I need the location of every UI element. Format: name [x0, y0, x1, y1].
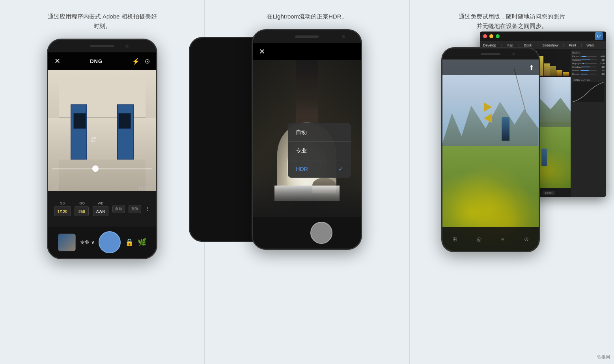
phone2-camera: [342, 35, 345, 38]
reset-box[interactable]: 重置: [129, 205, 141, 213]
panel3-caption: 通过免费试用版，随时随地访问您的照片并无缝地在设备之间同步。: [449, 12, 575, 31]
phone2-speaker: [295, 35, 319, 38]
sep5: |: [581, 43, 582, 47]
thumbnail-preview[interactable]: [58, 234, 76, 251]
share-icon[interactable]: ⬆: [529, 64, 534, 71]
close-button[interactable]: ✕: [54, 57, 60, 65]
adjust-icon[interactable]: ◎: [477, 236, 481, 242]
maximize-window-btn[interactable]: [496, 34, 500, 38]
shutter-button[interactable]: [99, 231, 121, 253]
lr-reset-btn[interactable]: Reset: [543, 191, 554, 195]
lr-book-tab[interactable]: Book: [524, 43, 532, 47]
lr-titlebar: Lr: [480, 32, 606, 41]
reset-control[interactable]: 重置: [129, 205, 141, 213]
phone1-screen: ✕ DNG ⚡ ⊙: [48, 52, 156, 258]
exposure-slider[interactable]: [52, 168, 152, 169]
fisher-person: [502, 117, 509, 141]
auto-box[interactable]: 自动: [112, 205, 125, 213]
phone3-topbar: ⬆: [442, 59, 539, 75]
phone-2: ✕ 自动: [252, 29, 362, 250]
camera-mode-icon[interactable]: ⊙: [145, 58, 150, 65]
filter-icon[interactable]: ≡: [501, 236, 504, 242]
phone1-bottom: 专业 ∨ 🔒 🌿: [48, 227, 156, 258]
arrow-right-icon: [484, 102, 492, 112]
close-button-2[interactable]: ✕: [259, 47, 265, 56]
check-icon: ✓: [338, 166, 343, 172]
arrow-left-icon: [484, 113, 492, 123]
dropdown-hdr[interactable]: HDR ✓: [288, 160, 351, 178]
auto-control[interactable]: 自动: [112, 205, 125, 213]
lightroom-icon: Lr: [595, 32, 603, 40]
photo-area-1: SigBac 1/4 1/10,417: [48, 70, 156, 191]
dropdown-pro[interactable]: 专业: [288, 142, 351, 160]
shadows-label: Shadows: [572, 66, 582, 68]
cave-photo: 自动 专业 HDR ✓: [253, 60, 361, 217]
lr-develop-tab[interactable]: Develop: [483, 43, 496, 47]
phone3-bottom-bar: ⊞ ◎ ≡ ⊙: [442, 227, 539, 251]
blacks-track[interactable]: [580, 74, 597, 74]
iso-label: ISO: [79, 201, 85, 205]
phone1-wrapper: ✕ DNG ⚡ ⊙: [0, 39, 204, 364]
flash-icon[interactable]: ⚡: [132, 58, 140, 65]
chevron-down-icon: ∨: [91, 240, 95, 245]
mode-selector[interactable]: 专业 ∨: [80, 239, 95, 246]
slider-thumb[interactable]: [92, 165, 99, 172]
panel1-caption: 通过应用程序内嵌式 Adobe 相机拍摄美好时刻。: [47, 12, 157, 31]
lr-person: [541, 149, 547, 166]
watermark: 软推网: [597, 354, 610, 360]
dropdown-auto[interactable]: 自动: [288, 123, 351, 142]
iso-control[interactable]: ISO 250: [75, 201, 89, 216]
door-window-right: [118, 113, 131, 129]
shutter-button-2[interactable]: [310, 222, 332, 244]
door-window-left: [73, 113, 86, 129]
lr-web-tab[interactable]: Web: [586, 43, 593, 47]
whites-val: +5: [597, 69, 605, 72]
reset-label: 重置: [131, 207, 138, 211]
iso-value-box[interactable]: 250: [75, 206, 89, 216]
healing-icon[interactable]: ⊙: [524, 236, 529, 242]
exposure-fill: [582, 56, 586, 57]
lr-slideshow-tab[interactable]: Slideshow: [542, 43, 558, 47]
phone2-topbar: ✕: [253, 43, 361, 60]
sep3: |: [537, 43, 537, 47]
controls-row: SS 1/120 ISO 250: [52, 201, 152, 216]
whites-fill: [580, 70, 589, 71]
blacks-row: Blacks -10: [572, 73, 605, 75]
highlights-fill: [582, 63, 584, 64]
mode-label: 专业: [80, 239, 90, 246]
hist-bar-9: [556, 70, 562, 76]
lr-map-tab[interactable]: Map: [506, 43, 513, 47]
ss-value-box[interactable]: 1/120: [54, 206, 71, 216]
basic-panel-title: Basic: [572, 51, 605, 54]
more-options-icon[interactable]: ⋮: [145, 206, 150, 212]
shadows-fill: [582, 67, 590, 67]
whites-track[interactable]: [580, 70, 597, 71]
crop-icon[interactable]: ⊞: [452, 236, 457, 242]
phone1-top-bar: [48, 40, 156, 52]
shadows-track[interactable]: [582, 67, 597, 67]
minimize-window-btn[interactable]: [489, 34, 493, 38]
tone-curve-graph: [572, 82, 604, 102]
phone3-camera: [512, 53, 515, 56]
phone1-camera-dot: [125, 45, 129, 48]
format-label: DNG: [90, 58, 103, 64]
hist-bar-8: [550, 66, 556, 76]
mode-dropdown[interactable]: 自动 专业 HDR ✓: [288, 123, 351, 178]
lr-logo-text: Lr: [597, 34, 601, 38]
shadows-row: Shadows +28: [572, 66, 605, 68]
lr-print-tab[interactable]: Print: [569, 43, 576, 47]
highlights-track[interactable]: [582, 63, 597, 64]
wb-control[interactable]: WB AWB: [93, 201, 108, 216]
highlights-label: Highlights: [572, 62, 582, 65]
ss-control[interactable]: SS 1/120: [54, 201, 71, 216]
whites-row: Whites +5: [572, 69, 605, 72]
auto-label: 自动: [115, 207, 122, 211]
whites-label: Whites: [572, 69, 580, 72]
wb-value-box[interactable]: AWB: [93, 206, 108, 216]
ss-label: SS: [60, 201, 65, 205]
exposure-track[interactable]: [582, 56, 597, 57]
close-window-btn[interactable]: [483, 34, 487, 38]
ss-value: 1/120: [58, 210, 67, 214]
phone-3: ⬆ ⊞ ◎ ≡ ⊙: [441, 47, 540, 252]
contrast-track[interactable]: [581, 59, 597, 60]
